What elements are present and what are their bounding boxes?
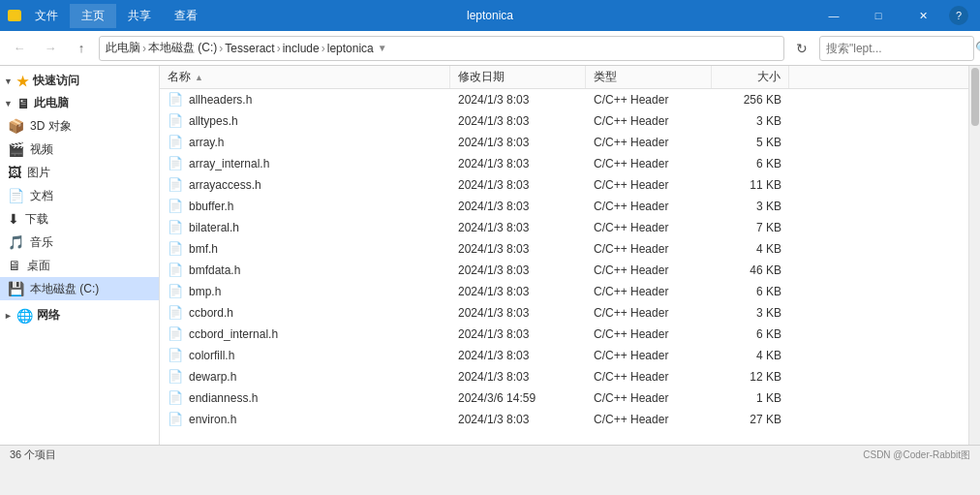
sidebar-item-video[interactable]: 🎬 视频 (0, 138, 159, 161)
search-icon[interactable]: 🔍 (975, 41, 980, 55)
file-size-cell: 1 KB (712, 391, 789, 405)
breadcrumb-drive[interactable]: 本地磁盘 (C:) (148, 40, 217, 56)
sidebar-item-3d[interactable]: 📦 3D 对象 (0, 114, 159, 138)
address-path[interactable]: 此电脑 › 本地磁盘 (C:) › Tesseract › include › … (99, 36, 784, 61)
file-icon: 📄 (168, 326, 183, 341)
local-disk-icon: 💾 (8, 281, 24, 296)
file-type-cell: C/C++ Header (586, 263, 712, 277)
table-row[interactable]: 📄 bbuffer.h 2024/1/3 8:03 C/C++ Header 3… (160, 196, 968, 217)
forward-button[interactable]: → (37, 35, 64, 62)
3d-label: 3D 对象 (30, 118, 72, 135)
search-input[interactable] (826, 42, 971, 55)
breadcrumb-computer[interactable]: 此电脑 (106, 40, 140, 56)
scrollbar[interactable] (968, 66, 980, 445)
table-row[interactable]: 📄 bmf.h 2024/1/3 8:03 C/C++ Header 4 KB (160, 238, 968, 260)
file-size-cell: 6 KB (712, 157, 789, 170)
up-button[interactable]: ↑ (68, 35, 95, 62)
table-row[interactable]: 📄 endianness.h 2024/3/6 14:59 C/C++ Head… (160, 387, 968, 409)
table-row[interactable]: 📄 array_internal.h 2024/1/3 8:03 C/C++ H… (160, 153, 968, 174)
table-row[interactable]: 📄 bmfdata.h 2024/1/3 8:03 C/C++ Header 4… (160, 260, 968, 281)
sidebar-item-pictures[interactable]: 🖼 图片 (0, 161, 159, 184)
breadcrumb-tesseract[interactable]: Tesseract (225, 42, 274, 55)
file-name-cell: 📄 allheaders.h (160, 92, 450, 107)
sidebar-item-documents[interactable]: 📄 文档 (0, 184, 159, 207)
pictures-icon: 🖼 (8, 165, 21, 180)
file-icon: 📄 (168, 284, 183, 298)
col-date-label: 修改日期 (458, 69, 505, 85)
file-type-cell: C/C++ Header (586, 178, 712, 192)
file-date-cell: 2024/3/6 14:59 (450, 391, 586, 405)
col-size-label: 大小 (757, 69, 781, 85)
file-date-cell: 2024/1/3 8:03 (450, 263, 586, 277)
table-row[interactable]: 📄 array.h 2024/1/3 8:03 C/C++ Header 5 K… (160, 132, 968, 153)
window-icon (8, 8, 23, 23)
help-button[interactable]: ? (949, 6, 968, 25)
table-row[interactable]: 📄 dewarp.h 2024/1/3 8:03 C/C++ Header 12… (160, 366, 968, 387)
table-row[interactable]: 📄 environ.h 2024/1/3 8:03 C/C++ Header 2… (160, 409, 968, 430)
table-row[interactable]: 📄 alltypes.h 2024/1/3 8:03 C/C++ Header … (160, 110, 968, 132)
col-header-size[interactable]: 大小 (712, 66, 789, 88)
desktop-icon: 🖥 (8, 258, 21, 273)
tab-view[interactable]: 查看 (163, 4, 209, 28)
title-bar-icons (8, 8, 23, 23)
col-header-date[interactable]: 修改日期 (450, 66, 586, 88)
breadcrumb-include[interactable]: include (283, 42, 320, 55)
table-row[interactable]: 📄 ccbord.h 2024/1/3 8:03 C/C++ Header 3 … (160, 302, 968, 324)
file-name: environ.h (189, 413, 236, 426)
desktop-label: 桌面 (27, 258, 50, 274)
breadcrumb-leptonica[interactable]: leptonica (327, 42, 374, 55)
file-type-cell: C/C++ Header (586, 221, 712, 234)
file-type-cell: C/C++ Header (586, 136, 712, 149)
this-pc-header[interactable]: ▼ 🖥 此电脑 (0, 92, 159, 114)
music-label: 音乐 (30, 234, 53, 251)
table-row[interactable]: 📄 arrayaccess.h 2024/1/3 8:03 C/C++ Head… (160, 174, 968, 196)
minimize-button[interactable]: — (812, 0, 856, 31)
file-icon: 📄 (168, 241, 183, 256)
scrollbar-thumb[interactable] (971, 68, 979, 126)
tab-home[interactable]: 主页 (70, 4, 116, 28)
title-ribbon-tabs: 文件 主页 共享 查看 (23, 4, 812, 28)
file-type-cell: C/C++ Header (586, 306, 712, 320)
col-name-label: 名称 (168, 69, 191, 85)
table-row[interactable]: 📄 bmp.h 2024/1/3 8:03 C/C++ Header 6 KB (160, 281, 968, 302)
close-button[interactable]: ✕ (901, 0, 945, 31)
sidebar-items-pc: 📦 3D 对象 🎬 视频 🖼 图片 📄 文档 ⬇ 下载 🎵 音乐 (0, 114, 159, 300)
file-name: alltypes.h (189, 114, 238, 128)
file-size-cell: 7 KB (712, 221, 789, 234)
file-icon: 📄 (168, 199, 183, 213)
table-row[interactable]: 📄 colorfill.h 2024/1/3 8:03 C/C++ Header… (160, 345, 968, 366)
file-name: array_internal.h (189, 157, 269, 170)
sidebar-item-local-disk[interactable]: 💾 本地磁盘 (C:) (0, 277, 159, 300)
sidebar-item-downloads[interactable]: ⬇ 下载 (0, 207, 159, 231)
file-size-cell: 3 KB (712, 114, 789, 128)
refresh-button[interactable]: ↻ (788, 35, 815, 62)
search-box[interactable]: 🔍 (819, 36, 974, 61)
file-date-cell: 2024/1/3 8:03 (450, 200, 586, 213)
quick-access-header[interactable]: ▼ ★ 快速访问 (0, 70, 159, 92)
tab-file[interactable]: 文件 (23, 4, 70, 28)
file-name: ccbord.h (189, 306, 233, 320)
sidebar-item-music[interactable]: 🎵 音乐 (0, 231, 159, 254)
file-type-cell: C/C++ Header (586, 391, 712, 405)
title-text: leptonica (467, 9, 513, 22)
sidebar-item-desktop[interactable]: 🖥 桌面 (0, 254, 159, 277)
maximize-button[interactable]: □ (856, 0, 901, 31)
file-name: colorfill.h (189, 349, 234, 362)
table-row[interactable]: 📄 ccbord_internal.h 2024/1/3 8:03 C/C++ … (160, 324, 968, 345)
table-row[interactable]: 📄 bilateral.h 2024/1/3 8:03 C/C++ Header… (160, 217, 968, 238)
downloads-label: 下载 (25, 211, 48, 228)
file-size-cell: 27 KB (712, 413, 789, 426)
file-list: 📄 allheaders.h 2024/1/3 8:03 C/C++ Heade… (160, 89, 968, 445)
back-button[interactable]: ← (6, 35, 33, 62)
this-pc-label: 此电脑 (34, 95, 69, 111)
tab-share[interactable]: 共享 (116, 4, 163, 28)
col-type-label: 类型 (594, 69, 617, 85)
col-header-type[interactable]: 类型 (586, 66, 712, 88)
col-header-name[interactable]: 名称 ▲ (160, 66, 450, 88)
file-name-cell: 📄 bmfdata.h (160, 263, 450, 277)
table-row[interactable]: 📄 allheaders.h 2024/1/3 8:03 C/C++ Heade… (160, 89, 968, 110)
network-header[interactable]: ► 🌐 网络 (0, 304, 159, 326)
quick-access-star-icon: ★ (16, 74, 29, 89)
file-name-cell: 📄 bmp.h (160, 284, 450, 298)
file-type-cell: C/C++ Header (586, 114, 712, 128)
